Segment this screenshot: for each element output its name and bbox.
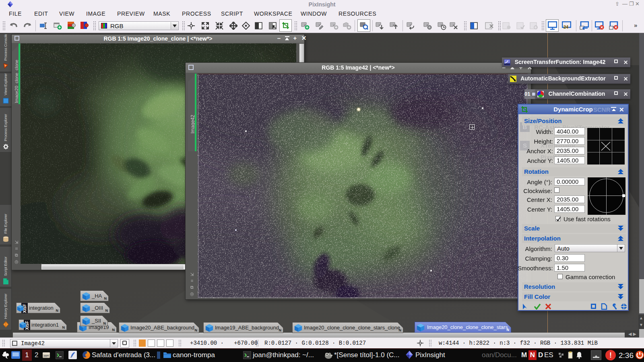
- svg-text:24: 24: [564, 25, 569, 29]
